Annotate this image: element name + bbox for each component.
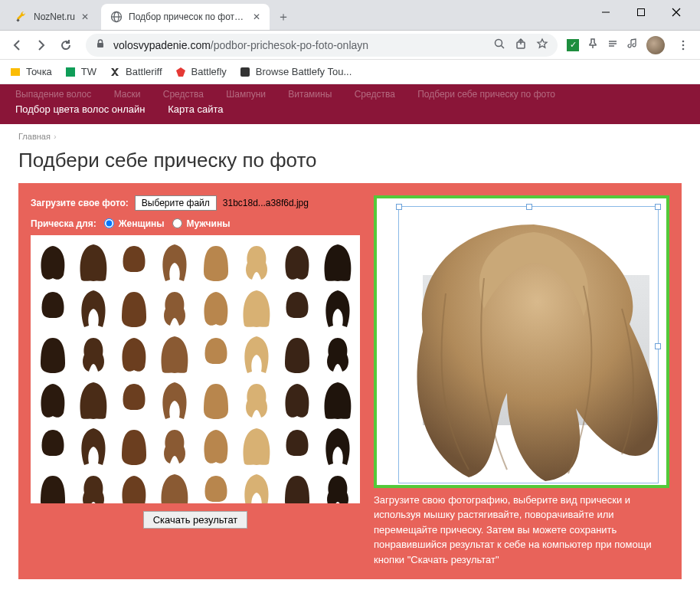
hairstyle-thumbnail[interactable]: [280, 332, 315, 376]
hairstyle-thumbnail[interactable]: [116, 332, 152, 376]
bookmark-battlefly[interactable]: Battlefly: [175, 66, 227, 78]
extension-music-icon[interactable]: [626, 38, 639, 53]
hairstyle-thumbnail[interactable]: [198, 424, 234, 468]
nav-link[interactable]: Средства: [355, 87, 395, 102]
hairstyle-thumbnail[interactable]: [116, 378, 152, 422]
share-icon[interactable]: [515, 38, 527, 52]
close-icon[interactable]: ✕: [81, 11, 89, 22]
hairstyle-thumbnail[interactable]: [239, 286, 274, 330]
hairstyle-thumbnail[interactable]: [35, 424, 70, 468]
hairstyle-thumbnail[interactable]: [35, 378, 70, 422]
choose-file-button[interactable]: Выберите файл: [135, 195, 217, 211]
hairstyle-thumbnail[interactable]: [239, 424, 274, 468]
hairstyle-thumbnail[interactable]: [198, 240, 234, 284]
page-content: Выпадение волос Маски Средства Шампуни В…: [0, 84, 700, 593]
applied-hairstyle[interactable]: [392, 217, 669, 485]
preview-canvas[interactable]: [374, 195, 669, 488]
hairstyle-thumbnail[interactable]: [239, 240, 274, 284]
hairstyle-thumbnail[interactable]: [198, 332, 234, 376]
hairstyle-thumbnail[interactable]: [157, 378, 192, 422]
window-close-button[interactable]: [659, 0, 694, 25]
hairstyle-thumbnail[interactable]: [116, 286, 152, 330]
hairstyle-thumbnail[interactable]: [76, 286, 111, 330]
extension-list-icon[interactable]: [607, 38, 619, 53]
hairstyle-thumbnail[interactable]: [320, 424, 355, 468]
bookmark-battleriff[interactable]: Battleriff: [109, 66, 162, 78]
hairstyle-thumbnail[interactable]: [157, 240, 192, 284]
hairstyle-thumbnail[interactable]: [320, 240, 355, 284]
resize-handle-n[interactable]: [526, 204, 532, 210]
gender-female-radio[interactable]: [104, 218, 114, 228]
star-icon[interactable]: [536, 38, 548, 52]
hairstyle-thumbnail[interactable]: [35, 286, 70, 330]
gender-label: Прическа для:: [31, 218, 96, 229]
hairstyle-thumbnail[interactable]: [116, 424, 152, 468]
maximize-button[interactable]: [623, 0, 659, 25]
hairstyle-thumbnail[interactable]: [198, 286, 234, 330]
hairstyle-thumbnail[interactable]: [76, 240, 111, 284]
hairstyle-thumbnail[interactable]: [157, 470, 192, 503]
nav-link[interactable]: Подбери себе прическу по фото: [417, 87, 555, 102]
nav-link[interactable]: Средства: [163, 87, 204, 102]
hairstyle-thumbnail[interactable]: [76, 378, 111, 422]
hairstyle-thumbnail[interactable]: [320, 332, 355, 376]
extension-pin-icon[interactable]: [587, 38, 599, 53]
download-result-button[interactable]: Скачать результат: [143, 511, 248, 529]
close-icon[interactable]: ✕: [253, 11, 260, 22]
nav-link[interactable]: Витамины: [288, 87, 332, 102]
hairstyle-thumbnail[interactable]: [239, 470, 274, 503]
svg-line-10: [502, 46, 505, 49]
hairstyle-grid[interactable]: // placeholder so rows render after data…: [31, 235, 360, 503]
browser-menu-button[interactable]: [672, 34, 694, 56]
nav-link[interactable]: Маски: [114, 87, 141, 102]
hairstyle-thumbnail[interactable]: [280, 286, 315, 330]
bookmark-tw[interactable]: TW: [64, 66, 96, 78]
hairstyle-thumbnail[interactable]: [116, 470, 152, 503]
tab-haircut[interactable]: Подбор причесок по фото онла ✕: [101, 4, 270, 30]
nav-link[interactable]: Шампуни: [226, 87, 266, 102]
address-bar[interactable]: volosvypadenie.com/podbor-prichesok-po-f…: [86, 34, 558, 57]
new-tab-button[interactable]: ＋: [273, 6, 294, 28]
gender-male-radio[interactable]: [172, 218, 182, 228]
extension-check-icon[interactable]: ✓: [567, 39, 579, 51]
hairstyle-thumbnail[interactable]: [157, 332, 192, 376]
resize-handle-nw[interactable]: [396, 204, 402, 210]
bookmark-battlefy[interactable]: Browse Battlefy Tou...: [239, 66, 352, 78]
bookmark-tochka[interactable]: Точка: [9, 66, 52, 78]
hairstyle-thumbnail[interactable]: [76, 424, 111, 468]
hairstyle-thumbnail[interactable]: [198, 378, 234, 422]
hairstyle-thumbnail[interactable]: [280, 470, 315, 503]
site-nav: Выпадение волос Маски Средства Шампуни В…: [0, 84, 700, 124]
hairstyle-thumbnail[interactable]: [239, 378, 274, 422]
back-button[interactable]: [6, 34, 28, 56]
lock-icon: [95, 38, 106, 51]
breadcrumb-home[interactable]: Главная: [18, 132, 51, 141]
hairstyle-thumbnail[interactable]: [320, 470, 355, 503]
profile-avatar[interactable]: [646, 36, 665, 54]
hairstyle-thumbnail[interactable]: [280, 240, 315, 284]
hairstyle-thumbnail[interactable]: [320, 378, 355, 422]
hairstyle-thumbnail[interactable]: [280, 378, 315, 422]
forward-button[interactable]: [31, 34, 52, 56]
minimize-button[interactable]: [588, 0, 623, 25]
hairstyle-thumbnail[interactable]: [239, 332, 274, 376]
resize-handle-ne[interactable]: [655, 204, 661, 210]
hairstyle-thumbnail[interactable]: [280, 424, 315, 468]
hairstyle-thumbnail[interactable]: [320, 286, 355, 330]
hairstyle-thumbnail[interactable]: [198, 470, 234, 503]
hairstyle-thumbnail[interactable]: [116, 240, 152, 284]
nav-link-sitemap[interactable]: Карта сайта: [168, 102, 223, 118]
hairstyle-thumbnail[interactable]: [157, 424, 192, 468]
hairstyle-thumbnail[interactable]: [35, 240, 70, 284]
tab-noznet[interactable]: NozNet.ru ✕: [6, 4, 98, 30]
hairstyle-thumbnail[interactable]: [35, 332, 70, 376]
hairstyle-thumbnail[interactable]: [157, 286, 192, 330]
hairstyle-thumbnail[interactable]: [35, 470, 70, 503]
nav-link[interactable]: Выпадение волос: [15, 87, 91, 102]
reload-button[interactable]: [55, 34, 77, 56]
browser-toolbar: volosvypadenie.com/podbor-prichesok-po-f…: [0, 31, 700, 60]
search-icon[interactable]: [493, 38, 505, 52]
hairstyle-thumbnail[interactable]: [76, 470, 111, 503]
nav-link-color[interactable]: Подбор цвета волос онлайн: [15, 102, 146, 118]
hairstyle-thumbnail[interactable]: [76, 332, 111, 376]
